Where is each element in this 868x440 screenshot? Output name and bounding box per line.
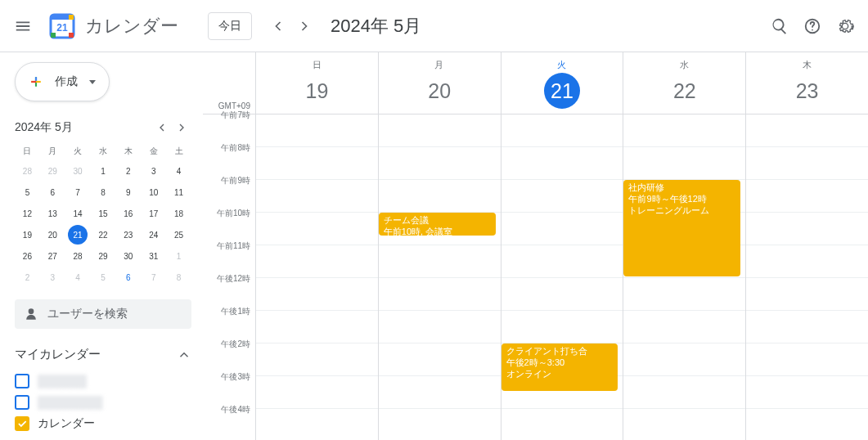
hour-cell[interactable] <box>501 409 623 440</box>
hour-cell[interactable] <box>623 311 745 343</box>
calendar-event[interactable]: 社内研修午前9時～午後12時トレーニングルーム <box>623 180 740 276</box>
mini-day[interactable]: 11 <box>169 182 189 202</box>
mini-day[interactable]: 8 <box>93 182 113 202</box>
mini-day[interactable]: 1 <box>169 246 189 266</box>
day-column[interactable]: 社内研修午前9時～午後12時トレーニングルーム <box>623 114 745 440</box>
hour-cell[interactable] <box>256 213 378 245</box>
mini-day[interactable]: 30 <box>119 246 138 266</box>
mini-day[interactable]: 20 <box>43 225 62 245</box>
hour-cell[interactable] <box>379 147 501 180</box>
hour-cell[interactable] <box>379 376 501 409</box>
hour-cell[interactable] <box>746 311 868 343</box>
hour-cell[interactable] <box>623 409 745 440</box>
hour-cell[interactable] <box>256 278 378 311</box>
hour-cell[interactable] <box>746 376 868 409</box>
hour-cell[interactable] <box>501 245 623 278</box>
mini-next-month[interactable] <box>172 118 191 137</box>
help-icon[interactable] <box>796 10 829 43</box>
mini-day[interactable]: 16 <box>119 204 138 223</box>
create-button[interactable]: 作成 <box>15 62 110 101</box>
calendar-list-item[interactable]: ████████ <box>15 392 191 413</box>
hour-cell[interactable] <box>746 147 868 180</box>
day-header[interactable]: 月20 <box>378 52 501 114</box>
hour-cell[interactable] <box>746 114 868 147</box>
prev-period-button[interactable] <box>265 13 291 39</box>
hour-cell[interactable] <box>746 180 868 213</box>
day-column[interactable] <box>255 114 378 440</box>
hour-cell[interactable] <box>379 114 501 147</box>
search-icon[interactable] <box>763 10 796 43</box>
mini-day[interactable]: 9 <box>119 182 138 202</box>
mini-day[interactable]: 18 <box>169 204 189 223</box>
mini-day[interactable]: 15 <box>93 204 113 223</box>
hour-cell[interactable] <box>379 343 501 376</box>
mini-day[interactable]: 19 <box>17 225 37 245</box>
hour-cell[interactable] <box>256 245 378 278</box>
hour-cell[interactable] <box>256 409 378 440</box>
settings-icon[interactable] <box>829 10 861 43</box>
mini-day[interactable]: 1 <box>93 161 113 181</box>
next-period-button[interactable] <box>291 13 317 39</box>
mini-day[interactable]: 6 <box>119 267 138 287</box>
mini-day[interactable]: 7 <box>68 182 88 202</box>
hour-cell[interactable] <box>379 278 501 311</box>
mini-day[interactable]: 10 <box>144 182 164 202</box>
calendar-event[interactable]: チーム会議午前10時, 会議室 <box>379 213 496 236</box>
hour-cell[interactable] <box>256 114 378 147</box>
app-logo[interactable]: 21 カレンダー <box>46 10 178 43</box>
day-header[interactable]: 水22 <box>623 52 745 114</box>
my-calendars-toggle[interactable]: マイカレンダー <box>15 347 191 362</box>
mini-day[interactable]: 6 <box>43 182 62 202</box>
hour-cell[interactable] <box>501 180 623 213</box>
mini-day[interactable]: 3 <box>144 161 164 181</box>
day-header[interactable]: 火21 <box>501 52 623 114</box>
mini-day[interactable]: 4 <box>68 267 88 287</box>
hour-cell[interactable] <box>501 311 623 343</box>
calendar-list-item[interactable]: カレンダー <box>15 413 191 434</box>
search-people-input[interactable]: ユーザーを検索 <box>15 299 191 329</box>
mini-day[interactable]: 28 <box>68 246 88 266</box>
hour-cell[interactable] <box>623 147 745 180</box>
hour-cell[interactable] <box>623 343 745 376</box>
menu-icon[interactable] <box>7 10 39 43</box>
mini-day[interactable]: 30 <box>68 161 88 181</box>
mini-day[interactable]: 13 <box>43 204 62 223</box>
mini-day[interactable]: 14 <box>68 204 88 223</box>
hour-cell[interactable] <box>379 245 501 278</box>
hour-cell[interactable] <box>501 114 623 147</box>
mini-day[interactable]: 26 <box>17 246 37 266</box>
hour-cell[interactable] <box>746 245 868 278</box>
hour-cell[interactable] <box>746 409 868 440</box>
hour-cell[interactable] <box>623 114 745 147</box>
hour-cell[interactable] <box>256 343 378 376</box>
calendar-checkbox[interactable] <box>15 416 29 431</box>
hour-cell[interactable] <box>623 376 745 409</box>
hour-cell[interactable] <box>256 180 378 213</box>
day-column[interactable]: クライアント打ち合午後2時～3:30オンライン <box>501 114 623 440</box>
hour-cell[interactable] <box>501 213 623 245</box>
mini-day[interactable]: 4 <box>169 161 189 181</box>
mini-day[interactable]: 2 <box>17 267 37 287</box>
day-header[interactable]: 日19 <box>255 52 378 114</box>
hour-cell[interactable] <box>623 278 745 311</box>
hour-cell[interactable] <box>256 376 378 409</box>
hour-cell[interactable] <box>256 311 378 343</box>
mini-day[interactable]: 3 <box>43 267 62 287</box>
hour-cell[interactable] <box>379 311 501 343</box>
mini-day[interactable]: 8 <box>169 267 189 287</box>
today-button[interactable]: 今日 <box>208 12 252 40</box>
hour-cell[interactable] <box>379 409 501 440</box>
calendar-checkbox[interactable] <box>15 395 29 410</box>
mini-day[interactable]: 29 <box>43 161 62 181</box>
mini-day[interactable]: 25 <box>169 225 189 245</box>
mini-day[interactable]: 7 <box>144 267 164 287</box>
mini-day[interactable]: 5 <box>17 182 37 202</box>
mini-day[interactable]: 28 <box>17 161 37 181</box>
mini-day[interactable]: 29 <box>93 246 113 266</box>
hour-cell[interactable] <box>501 278 623 311</box>
hour-cell[interactable] <box>746 213 868 245</box>
mini-day[interactable]: 27 <box>43 246 62 266</box>
hour-cell[interactable] <box>746 343 868 376</box>
mini-day[interactable]: 24 <box>144 225 164 245</box>
mini-prev-month[interactable] <box>152 118 172 137</box>
